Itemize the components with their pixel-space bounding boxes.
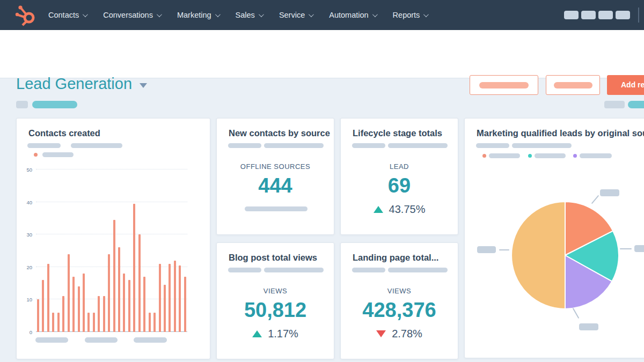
- footer-placeholder: [245, 206, 308, 211]
- y-axis-tick-label: 50: [26, 167, 32, 173]
- nav-icon-placeholder[interactable]: [564, 11, 579, 19]
- nav-icon-placeholder[interactable]: [616, 11, 630, 19]
- legend-label-placeholder: [42, 152, 74, 157]
- card-title: Blog post total views: [229, 253, 317, 263]
- nav-item-marketing[interactable]: Marketing: [177, 11, 219, 19]
- chevron-down-icon: [259, 12, 264, 17]
- y-axis-tick-label: 10: [26, 297, 32, 302]
- header-action-button-2[interactable]: [546, 75, 600, 95]
- card-title: Marketing qualified leads by original so…: [477, 128, 644, 138]
- bar: [93, 313, 95, 332]
- nav-item-label: Marketing: [177, 11, 211, 19]
- dashboard-filter-placeholder[interactable]: [16, 101, 28, 108]
- dashboard-page: Contacts Conversations Marketing Sales S…: [0, 0, 644, 362]
- nav-item-conversations[interactable]: Conversations: [103, 11, 160, 19]
- x-axis-label-placeholder: [35, 337, 68, 343]
- subtitle-placeholder: [228, 268, 261, 272]
- y-axis-tick-label: 0: [30, 329, 32, 335]
- bar: [179, 265, 181, 332]
- bar: [169, 264, 171, 332]
- pie-label-placeholder: [579, 323, 598, 330]
- nav-item-service[interactable]: Service: [279, 11, 312, 19]
- subtitle-placeholder: [264, 143, 324, 148]
- pie-label-placeholder: [600, 189, 619, 196]
- legend-dot-orange: [482, 154, 486, 158]
- card-title: Contacts created: [28, 128, 100, 138]
- header-action-button-1[interactable]: [470, 75, 538, 95]
- nav-item-label: Service: [279, 11, 305, 19]
- bar: [133, 204, 135, 332]
- metric-value: 69: [341, 174, 458, 197]
- delta-value: 43.75%: [389, 203, 426, 216]
- chevron-down-icon: [83, 12, 88, 17]
- nav-item-label: Sales: [236, 11, 255, 19]
- trend-up-icon: [252, 330, 262, 337]
- bar: [113, 220, 115, 332]
- nav-menu: Contacts Conversations Marketing Sales S…: [48, 0, 427, 30]
- delta-row: 1.17%: [217, 328, 334, 340]
- dashboard-title-dropdown[interactable]: Lead Generation: [16, 75, 147, 93]
- bar-series: [37, 169, 186, 332]
- bar: [83, 274, 85, 332]
- nav-divider: [638, 8, 639, 23]
- subtitle-placeholder: [71, 143, 122, 148]
- page-title: Lead Generation: [16, 75, 132, 93]
- nav-icon-placeholder[interactable]: [598, 11, 613, 19]
- metric-value: 50,812: [217, 299, 334, 322]
- nav-item-automation[interactable]: Automation: [329, 11, 376, 19]
- delta-row: 2.78%: [341, 328, 458, 340]
- metric-value: 428,376: [341, 299, 458, 322]
- card-blog-post-total-views: Blog post total views VIEWS 50,812 1.17%: [216, 242, 334, 359]
- legend-dot-purple: [573, 154, 577, 158]
- bar: [68, 254, 70, 332]
- legend-label-placeholder: [489, 153, 520, 158]
- pie-connector-line: [499, 249, 509, 250]
- delta-value: 1.17%: [268, 328, 298, 340]
- bar: [42, 280, 44, 332]
- bar: [47, 264, 49, 332]
- dashboard-filter-teal[interactable]: [32, 101, 77, 108]
- dropdown-caret-icon: [140, 83, 147, 88]
- pie-chart: [506, 196, 624, 314]
- add-report-button[interactable]: Add re: [607, 75, 644, 95]
- pie-label-placeholder: [477, 246, 496, 253]
- trend-down-icon: [376, 330, 386, 337]
- button-label-placeholder: [479, 82, 529, 88]
- y-axis-tick-label: 40: [26, 199, 32, 205]
- nav-item-label: Automation: [329, 11, 368, 19]
- dashboard-filter-placeholder[interactable]: [604, 101, 625, 108]
- subtitle-placeholder: [352, 268, 385, 272]
- nav-item-sales[interactable]: Sales: [236, 11, 262, 19]
- hubspot-logo-icon[interactable]: [13, 3, 38, 28]
- subtitle-placeholder: [388, 143, 448, 148]
- subtitle-placeholder: [264, 268, 324, 272]
- legend-label-placeholder: [535, 153, 566, 158]
- x-axis-label-placeholder: [134, 337, 167, 343]
- subtitle-placeholder: [388, 268, 448, 272]
- bar: [159, 264, 161, 332]
- bar: [108, 254, 110, 332]
- pie-slice: [511, 202, 565, 309]
- bar: [184, 277, 186, 332]
- chevron-down-icon: [309, 12, 314, 17]
- card-lifecycle-stage-totals: Lifecycle stage totals LEAD 69 43.75%: [340, 118, 458, 235]
- nav-icon-placeholder[interactable]: [581, 11, 596, 19]
- card-title: New contacts by source: [229, 128, 330, 138]
- chevron-down-icon: [372, 12, 378, 17]
- nav-item-contacts[interactable]: Contacts: [48, 11, 86, 19]
- bar: [149, 313, 151, 332]
- legend-label-placeholder: [580, 153, 612, 158]
- nav-item-reports[interactable]: Reports: [393, 11, 428, 19]
- metric-label: OFFLINE SOURCES: [217, 162, 334, 171]
- bar: [98, 296, 100, 332]
- y-axis-tick-label: 30: [26, 232, 32, 238]
- bar: [62, 296, 64, 332]
- y-axis-tick-label: 20: [26, 264, 32, 270]
- nav-utility-icons: [564, 11, 630, 19]
- bar: [103, 296, 105, 332]
- bar: [138, 234, 141, 332]
- nav-item-label: Reports: [393, 11, 420, 19]
- bar: [123, 274, 125, 332]
- card-title: Lifecycle stage totals: [353, 128, 442, 138]
- dashboard-filter-teal[interactable]: [628, 101, 644, 108]
